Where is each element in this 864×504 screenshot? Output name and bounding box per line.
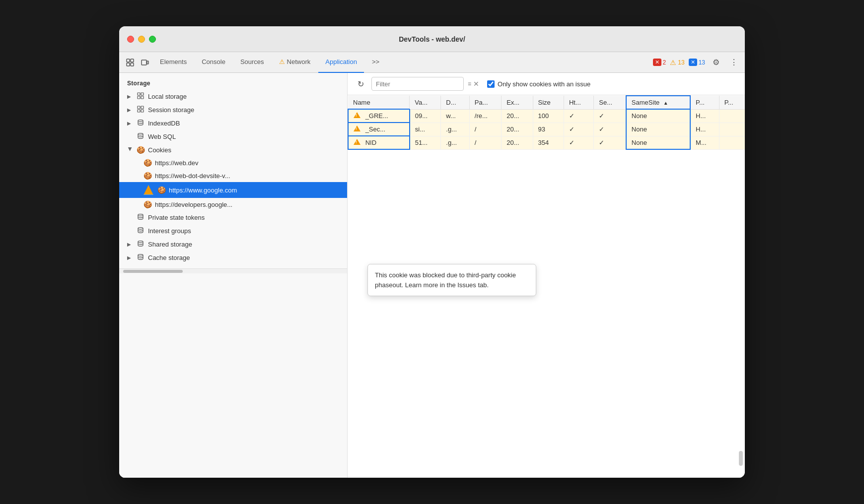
svg-rect-1 [131, 59, 134, 62]
devtools-toolbar: Elements Console Sources ⚠ Network Appli… [119, 52, 745, 73]
svg-rect-8 [138, 96, 140, 99]
col-name[interactable]: Name [348, 96, 410, 109]
svg-point-16 [138, 214, 143, 216]
svg-rect-11 [141, 106, 144, 109]
db-icon-indexed [136, 119, 145, 127]
expand-arrow-shared: ▶ [127, 242, 133, 247]
cell-p1-2: H... [690, 123, 719, 136]
sidebar-item-local-storage[interactable]: ▶ Local storage [119, 90, 347, 103]
scrollbar-thumb [739, 451, 743, 466]
table-row[interactable]: ! _GRE... 09... w... /re... 20... 100 ✓ … [348, 109, 745, 123]
cell-p1-3: M... [690, 136, 719, 149]
cell-samesite-2: None [626, 123, 690, 136]
expand-arrow-local: ▶ [127, 94, 133, 99]
sidebar-horizontal-scrollbar[interactable] [119, 268, 347, 273]
sidebar-item-cookie-devsite[interactable]: 🍪 https://web-dot-devsite-v... [119, 169, 347, 182]
col-path[interactable]: Pa... [469, 96, 501, 109]
tab-elements[interactable]: Elements [153, 52, 194, 73]
main-panel: ↻ ≡ ✕ Only show cookies with an issue Na… [348, 73, 745, 478]
vertical-scrollbar[interactable] [739, 97, 743, 476]
sidebar-scroll-thumb [123, 270, 183, 273]
sidebar-item-cookie-webdev[interactable]: 🍪 https://web.dev [119, 156, 347, 169]
svg-point-17 [138, 228, 143, 230]
error-badge: ✕ 2 [653, 59, 666, 66]
cell-name-3: NID [365, 139, 376, 146]
expand-arrow-cookies: ▶ [128, 147, 133, 153]
clear-filter-button[interactable]: ≡ ✕ [468, 80, 479, 88]
cell-httponly-3: ✓ [564, 136, 593, 149]
svg-point-15 [138, 133, 143, 135]
tab-sources[interactable]: Sources [233, 52, 271, 73]
filter-clear-icon: ≡ [468, 80, 471, 87]
sidebar-label-websql: Web SQL [148, 133, 176, 140]
window-title: DevTools - web.dev/ [399, 35, 465, 43]
warning-icon-row1[interactable]: ! [354, 112, 360, 118]
sidebar-item-private-tokens[interactable]: ▶ Private state tokens [119, 211, 347, 224]
sidebar-item-indexeddb[interactable]: ▶ IndexedDB [119, 117, 347, 130]
tooltip-text: This cookie was blocked due to third-par… [375, 271, 516, 289]
col-httponly[interactable]: Ht... [564, 96, 593, 109]
warning-icon-row3[interactable]: ! [354, 139, 360, 145]
cell-p1-1: H... [690, 109, 719, 123]
cell-path-2: / [469, 123, 501, 136]
only-issues-checkbox-label[interactable]: Only show cookies with an issue [487, 80, 590, 88]
warning-badge: ⚠ 13 [670, 59, 684, 66]
svg-rect-2 [127, 63, 130, 66]
sidebar-item-cookie-developers[interactable]: 🍪 https://developers.google... [119, 198, 347, 211]
tab-console[interactable]: Console [195, 52, 232, 73]
table-row[interactable]: ! _Sec... si... .g... / 20... 93 ✓ ✓ Non [348, 123, 745, 136]
cell-path-1: /re... [469, 109, 501, 123]
inspect-icon[interactable] [123, 56, 137, 69]
col-secure[interactable]: Se... [594, 96, 626, 109]
sidebar-item-cookie-google[interactable]: 🍪 https://www.google.com [119, 182, 347, 198]
sidebar-item-shared-storage[interactable]: ▶ Shared storage [119, 238, 347, 251]
cell-size-2: 93 [533, 123, 564, 136]
cell-size-3: 354 [533, 136, 564, 149]
cell-value-2: si... [410, 123, 441, 136]
expand-arrow-session: ▶ [127, 107, 133, 113]
more-options-icon[interactable]: ⋮ [727, 56, 741, 69]
sidebar-label-session-storage: Session storage [148, 106, 194, 114]
filter-input[interactable] [371, 77, 464, 91]
refresh-button[interactable]: ↻ [354, 77, 367, 91]
sidebar-item-websql[interactable]: ▶ Web SQL [119, 130, 347, 143]
table-row[interactable]: ! NID 51... .g... / 20... 354 ✓ ✓ None [348, 136, 745, 149]
col-p2[interactable]: P... [719, 96, 745, 109]
sidebar-item-cache-storage[interactable]: ▶ Cache storage [119, 251, 347, 264]
sidebar-item-interest-groups[interactable]: ▶ Interest groups [119, 224, 347, 238]
settings-icon[interactable]: ⚙ [709, 56, 723, 69]
cookies-table: Name Va... D... Pa... Ex... Size Ht... S… [348, 95, 745, 150]
cell-warn-name-2: ! _Sec... [348, 123, 410, 136]
db-icon-interest [136, 227, 145, 235]
maximize-button[interactable] [149, 36, 156, 43]
main-content: Storage ▶ Local storage [119, 73, 745, 478]
col-domain[interactable]: D... [441, 96, 470, 109]
cell-httponly-1: ✓ [564, 109, 593, 123]
only-issues-checkbox[interactable] [487, 80, 495, 88]
device-icon[interactable] [138, 56, 152, 69]
close-button[interactable] [127, 36, 134, 43]
expand-arrow-cache: ▶ [127, 255, 133, 260]
sidebar-label-google: https://www.google.com [169, 187, 237, 194]
sidebar-item-session-storage[interactable]: ▶ Session storage [119, 103, 347, 117]
col-samesite[interactable]: SameSite ▲ [626, 96, 690, 109]
svg-rect-3 [131, 63, 134, 66]
filter-bar: ↻ ≡ ✕ Only show cookies with an issue [348, 73, 745, 95]
cell-value-1: 09... [410, 109, 441, 123]
sidebar-item-cookies[interactable]: ▶ 🍪 Cookies [119, 143, 347, 156]
warning-icon-row2[interactable]: ! [354, 126, 360, 131]
sidebar-label-webdev: https://web.dev [155, 159, 198, 167]
col-expires[interactable]: Ex... [502, 96, 533, 109]
cookie-icon-google: 🍪 [157, 186, 166, 194]
tab-application[interactable]: Application [318, 52, 364, 73]
grid-icon-session [136, 106, 145, 114]
tab-more[interactable]: >> [365, 52, 386, 73]
col-value[interactable]: Va... [410, 96, 441, 109]
table-container: Name Va... D... Pa... Ex... Size Ht... S… [348, 95, 745, 478]
minimize-button[interactable] [138, 36, 145, 43]
db-icon-shared [136, 240, 145, 249]
col-p1[interactable]: P... [690, 96, 719, 109]
col-size[interactable]: Size [533, 96, 564, 109]
cell-domain-1: w... [441, 109, 470, 123]
tab-network[interactable]: ⚠ Network [272, 52, 318, 73]
